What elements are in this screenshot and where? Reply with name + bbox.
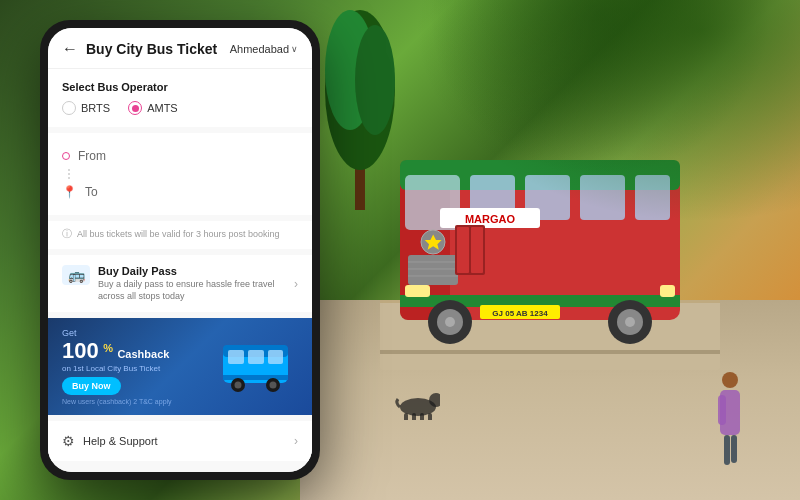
svg-rect-37: [731, 435, 737, 463]
to-row[interactable]: 📍 To: [62, 179, 298, 205]
svg-rect-35: [718, 395, 726, 425]
info-icon: ⓘ: [62, 227, 72, 241]
daily-pass-title: Buy Daily Pass: [98, 265, 294, 277]
route-section: From 📍 To: [48, 133, 312, 215]
operator-label: Select Bus Operator: [62, 81, 298, 93]
from-label: From: [78, 149, 106, 163]
route-connector: [68, 169, 70, 179]
svg-rect-2: [380, 350, 720, 354]
amts-radio-dot: [132, 105, 139, 112]
brts-option[interactable]: BRTS: [62, 101, 110, 115]
dog-silhouette: [390, 385, 440, 420]
svg-rect-40: [404, 413, 408, 420]
city-name: Ahmedabad: [230, 43, 289, 55]
svg-rect-50: [223, 375, 288, 380]
svg-rect-41: [412, 413, 416, 420]
person-silhouette: [710, 370, 750, 470]
svg-point-24: [445, 317, 455, 327]
cashback-amount: 100: [62, 338, 99, 363]
chevron-down-icon: ∨: [291, 44, 298, 54]
help-section[interactable]: ⚙ Help & Support ›: [48, 421, 312, 461]
cashback-fine-print: New users (cashback) 2 T&C apply: [62, 398, 210, 405]
svg-rect-42: [420, 413, 424, 420]
help-text: Help & Support: [83, 435, 158, 447]
svg-point-47: [355, 25, 395, 135]
cashback-bus-area: [218, 337, 298, 396]
from-row[interactable]: From: [62, 143, 298, 169]
cashback-text-area: Get 100 % Cashback on 1st Local City Bus…: [62, 328, 210, 405]
to-pin-icon: 📍: [62, 185, 77, 199]
help-icon: ⚙: [62, 433, 75, 449]
cashback-amount-row: 100 % Cashback: [62, 340, 210, 362]
bus-small-icon: 🚌: [62, 265, 90, 285]
cashback-banner: Get 100 % Cashback on 1st Local City Bus…: [48, 318, 312, 415]
svg-rect-43: [428, 413, 432, 420]
help-left: ⚙ Help & Support: [62, 433, 158, 449]
back-arrow-icon[interactable]: ←: [62, 40, 78, 58]
phone-content: Select Bus Operator BRTS AMTS: [48, 69, 312, 472]
city-selector[interactable]: Ahmedabad ∨: [230, 43, 298, 55]
phone-header: ← Buy City Bus Ticket Ahmedabad ∨: [48, 28, 312, 69]
amts-radio[interactable]: [128, 101, 142, 115]
svg-text:GJ 05 AB 1234: GJ 05 AB 1234: [492, 309, 548, 318]
cashback-word: Cashback: [117, 348, 169, 360]
buy-now-button[interactable]: Buy Now: [62, 377, 121, 395]
daily-pass-left: 🚌 Buy Daily Pass Buy a daily pass to ens…: [62, 265, 294, 302]
validity-text: All bus tickets will be valid for 3 hour…: [77, 229, 280, 239]
to-label: To: [85, 185, 98, 199]
svg-rect-51: [228, 350, 244, 364]
header-left: ← Buy City Bus Ticket: [62, 40, 217, 58]
from-dot-icon: [62, 152, 70, 160]
phone-screen: ← Buy City Bus Ticket Ahmedabad ∨ Select…: [48, 28, 312, 472]
svg-point-57: [270, 382, 277, 389]
tree-left: [320, 10, 400, 210]
amts-option[interactable]: AMTS: [128, 101, 178, 115]
help-chevron-icon: ›: [294, 434, 298, 448]
svg-point-27: [625, 317, 635, 327]
svg-rect-36: [724, 435, 730, 465]
daily-pass-description: Buy a daily pass to ensure hassle free t…: [98, 279, 294, 302]
validity-note: ⓘ All bus tickets will be valid for 3 ho…: [48, 221, 312, 249]
daily-pass-text: Buy Daily Pass Buy a daily pass to ensur…: [98, 265, 294, 302]
radio-group: BRTS AMTS: [62, 101, 298, 115]
brts-radio[interactable]: [62, 101, 76, 115]
amts-label: AMTS: [147, 102, 178, 114]
phone-frame: ← Buy City Bus Ticket Ahmedabad ∨ Select…: [40, 20, 320, 480]
brts-label: BRTS: [81, 102, 110, 114]
svg-rect-53: [268, 350, 283, 364]
cashback-subtitle: on 1st Local City Bus Ticket: [62, 364, 210, 373]
cashback-bus-icon: [218, 337, 298, 392]
page-title: Buy City Bus Ticket: [86, 41, 217, 57]
svg-point-33: [722, 372, 738, 388]
operator-section: Select Bus Operator BRTS AMTS: [48, 69, 312, 127]
cashback-content: Get 100 % Cashback on 1st Local City Bus…: [62, 328, 298, 405]
svg-rect-52: [248, 350, 264, 364]
cashback-percent: %: [103, 342, 113, 354]
get-label: Get: [62, 328, 210, 338]
svg-point-55: [235, 382, 242, 389]
daily-pass-banner[interactable]: 🚌 Buy Daily Pass Buy a daily pass to ens…: [48, 255, 312, 312]
daily-pass-chevron-icon: ›: [294, 277, 298, 291]
